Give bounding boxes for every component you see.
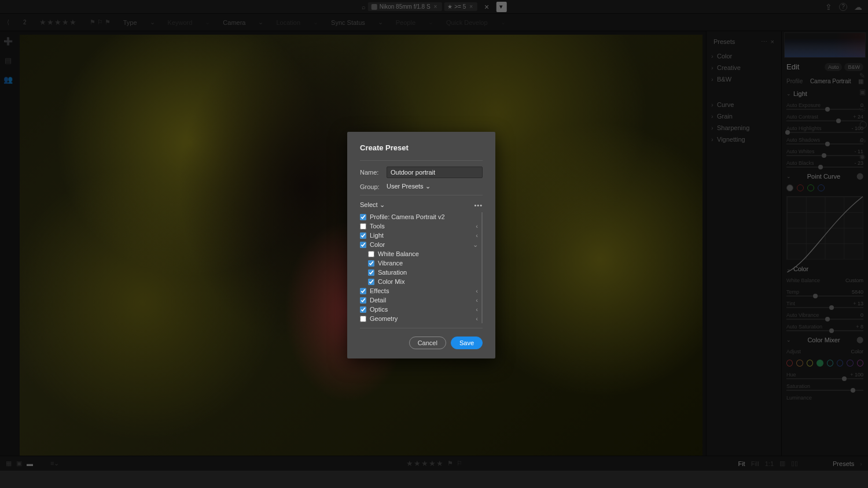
beforeafter-icon[interactable]: ▯▯ <box>791 460 798 467</box>
crop-tool-icon[interactable]: ▣ <box>859 88 867 96</box>
filter-sync[interactable]: Sync Status <box>331 19 365 26</box>
filter-location[interactable]: Location <box>276 19 300 26</box>
preset-group[interactable]: Creative <box>710 62 778 73</box>
chevron-down-icon[interactable]: ⌄ <box>473 241 478 249</box>
curve-chan-red[interactable] <box>797 184 804 191</box>
mix-green[interactable] <box>816 360 823 367</box>
library-icon[interactable]: ▤ <box>5 56 12 65</box>
chevron-left-icon[interactable]: ‹ <box>476 306 478 313</box>
remove-rating-pill[interactable]: × <box>468 3 474 10</box>
setting-checkbox[interactable] <box>360 242 366 248</box>
save-button[interactable]: Save <box>451 337 483 349</box>
sort-icon[interactable]: ≡⌄ <box>50 460 59 467</box>
preset-group[interactable]: B&W <box>710 73 778 85</box>
rating-filter[interactable]: ★★★★★ <box>39 18 77 27</box>
mix-yellow[interactable] <box>807 360 813 367</box>
setting-checkbox[interactable] <box>360 316 366 322</box>
preset-group[interactable]: Curve <box>710 99 778 110</box>
slider-row[interactable]: Auto Exposure 0 <box>782 99 868 111</box>
chevron-left-icon[interactable]: ‹ <box>476 315 478 322</box>
search-lens-pill[interactable]: Nikon 85mm f/1.8 S × <box>368 2 442 11</box>
wb-value[interactable]: Custom <box>845 278 863 283</box>
setting-checkbox[interactable] <box>360 306 366 313</box>
slider-row[interactable]: Auto Blacks - 23 <box>782 157 868 169</box>
setting-checkbox[interactable] <box>360 297 366 304</box>
setting-checkbox[interactable] <box>360 214 366 220</box>
slider-row[interactable]: Auto Highlights - 100 <box>782 123 868 134</box>
tone-curve[interactable] <box>786 196 863 260</box>
cloud-icon[interactable]: ☁ <box>854 2 862 12</box>
filter-quickdev[interactable]: Quick Develop <box>446 19 488 26</box>
slider-row[interactable]: Auto Contrast + 24 <box>782 111 868 123</box>
mix-red[interactable] <box>786 360 793 367</box>
slider-row[interactable]: Temp 5840 <box>782 286 868 298</box>
chevron-left-icon[interactable]: ‹ <box>476 287 478 294</box>
grid-view-icon[interactable]: ▦ <box>6 460 12 467</box>
photo-rating[interactable]: ★★★★★ <box>406 459 444 468</box>
mix-orange[interactable] <box>796 360 803 367</box>
linear-tool-icon[interactable]: ▭ <box>859 136 867 145</box>
select-dropdown[interactable]: Select ⌄ <box>360 201 385 209</box>
section-pointcurve[interactable]: Point Curve <box>807 173 840 180</box>
filter-camera[interactable]: Camera <box>223 19 245 26</box>
chevron-left-icon[interactable]: ‹ <box>476 297 478 304</box>
filter-keyword[interactable]: Keyword <box>168 19 193 26</box>
edit-tool-icon[interactable]: ✎ <box>859 72 867 80</box>
auto-button[interactable]: Auto <box>825 63 843 71</box>
search-icon[interactable]: ⌕ <box>362 3 366 10</box>
preset-group[interactable]: Sharpening <box>710 122 778 134</box>
curve-chan-green[interactable] <box>807 184 814 191</box>
setting-checkbox[interactable] <box>368 279 374 285</box>
radial-tool-icon[interactable]: ◉ <box>859 153 867 161</box>
filter-people[interactable]: People <box>396 19 415 26</box>
share-icon[interactable]: ⇪ <box>825 2 832 12</box>
curve-toggle-icon[interactable]: ⬤ <box>856 172 863 180</box>
setting-checkbox[interactable] <box>368 269 374 276</box>
histogram[interactable] <box>784 32 866 58</box>
preset-name-input[interactable] <box>387 167 483 178</box>
preset-group[interactable]: Vignetting <box>710 134 778 145</box>
setting-checkbox[interactable] <box>360 232 366 239</box>
zoom-11[interactable]: 1:1 <box>765 460 774 467</box>
presets-close-icon[interactable]: × <box>771 38 774 46</box>
setting-checkbox[interactable] <box>360 223 366 230</box>
curve-chan-luma[interactable] <box>786 184 793 191</box>
slider-row[interactable]: Tint + 13 <box>782 298 868 309</box>
setting-checkbox[interactable] <box>360 288 366 294</box>
preset-group[interactable]: Grain <box>710 110 778 122</box>
bw-button[interactable]: B&W <box>844 63 863 71</box>
preset-group[interactable]: Color <box>710 50 778 62</box>
chevron-left-icon[interactable]: ‹ <box>476 232 478 239</box>
mix-magenta[interactable] <box>857 360 863 367</box>
slider-row[interactable]: Auto Saturation + 8 <box>782 321 868 332</box>
heal-tool-icon[interactable]: ◌ <box>859 104 867 112</box>
section-colormixer[interactable]: Color Mixer <box>807 337 840 343</box>
zoom-fit[interactable]: Fit <box>738 460 745 467</box>
setting-checkbox[interactable] <box>368 260 374 267</box>
add-icon[interactable]: ➕ <box>3 37 13 46</box>
preset-group-dropdown[interactable]: User Presets ⌄ <box>387 183 431 190</box>
flag-filter[interactable]: ⚑ ⚐ ⚑ <box>90 19 111 26</box>
search-rating-pill[interactable]: ★ >= 5 × <box>444 2 477 11</box>
presets-collapse-icon[interactable]: › <box>860 460 862 467</box>
slider-row[interactable]: Auto Vibrance 0 <box>782 309 868 321</box>
filter-toggle[interactable]: ▾ <box>496 2 506 12</box>
section-light[interactable]: Light <box>782 87 868 99</box>
compare-icon[interactable]: ▥ <box>779 460 785 467</box>
remove-lens-pill[interactable]: × <box>433 3 439 10</box>
presets-more-icon[interactable]: ⋯ <box>761 38 767 46</box>
select-more-icon[interactable]: ••• <box>474 202 483 209</box>
photo-flag-icon[interactable]: ⚑ <box>447 460 453 467</box>
mix-blue[interactable] <box>837 360 843 367</box>
filter-type[interactable]: Type <box>123 19 137 26</box>
cancel-button[interactable]: Cancel <box>409 337 446 349</box>
mixer-toggle-icon[interactable]: ⬤ <box>856 336 863 343</box>
mix-aqua[interactable] <box>827 360 833 367</box>
chevron-left-icon[interactable]: ‹ <box>476 223 478 230</box>
profile-value[interactable]: Camera Portrait <box>810 78 851 84</box>
slider-row[interactable]: Auto Shadows 0 <box>782 134 868 146</box>
curve-chan-blue[interactable] <box>818 184 825 191</box>
setting-checkbox[interactable] <box>368 251 374 257</box>
back-icon[interactable]: ⟨ <box>7 19 9 26</box>
people-icon[interactable]: 👥 <box>3 75 13 84</box>
